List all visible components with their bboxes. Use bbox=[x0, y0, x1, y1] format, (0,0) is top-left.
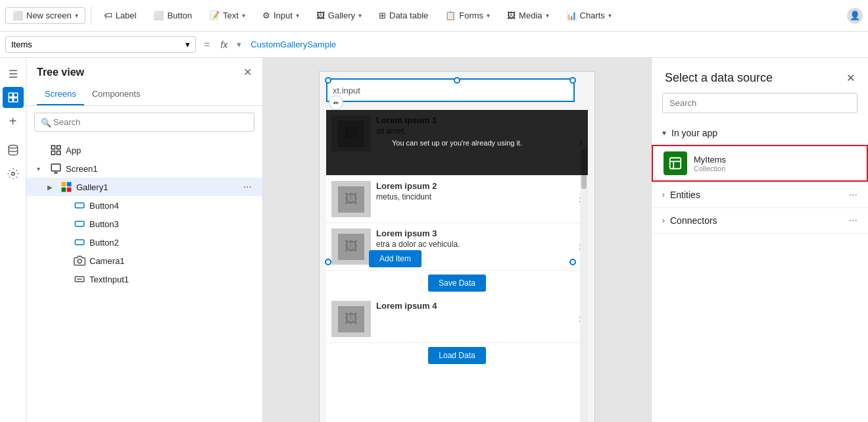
textinput1-icon bbox=[74, 273, 85, 285]
gallery-text-3: Lorem ipsum 3 etra a dolor ac vehicula. bbox=[376, 228, 573, 249]
tree-item-app[interactable]: App bbox=[26, 141, 262, 159]
text-icon: 📝 bbox=[209, 11, 220, 20]
rail-data-icon[interactable] bbox=[3, 140, 24, 161]
input-button[interactable]: ⚙ Input ▾ bbox=[255, 7, 306, 24]
new-screen-chevron-icon: ▾ bbox=[75, 12, 78, 19]
gallery-item-1[interactable]: 🖼 Lorem ipsum 1 sit amet, › You can set … bbox=[326, 110, 588, 176]
button-icon: ⬜ bbox=[153, 11, 164, 20]
button-label: Button bbox=[167, 11, 192, 20]
gallery-item-4[interactable]: 🖼 Lorem ipsum 4 › bbox=[326, 296, 588, 343]
charts-label: Charts bbox=[580, 11, 605, 20]
gallery-label: Gallery bbox=[328, 11, 355, 20]
ds-section-header-connectors[interactable]: › Connectors ··· bbox=[652, 208, 868, 233]
tree-panel: Tree view ✕ Screens Components 🔍 App ▾ S… bbox=[26, 58, 263, 422]
icon-rail: ☰ + bbox=[0, 58, 26, 422]
load-data-button[interactable]: Load Data bbox=[428, 347, 485, 364]
tree-item-button4[interactable]: Button4 bbox=[26, 196, 262, 215]
svg-rect-7 bbox=[57, 145, 60, 149]
add-item-button[interactable]: Add Item bbox=[369, 250, 422, 267]
forms-label: Forms bbox=[459, 11, 483, 20]
items-chevron-icon: ▾ bbox=[185, 40, 190, 49]
ds-section-connectors: › Connectors ··· bbox=[652, 208, 868, 234]
rail-components-icon[interactable] bbox=[3, 87, 24, 108]
svg-rect-14 bbox=[67, 182, 72, 187]
ds-entities-more-icon[interactable]: ··· bbox=[849, 189, 857, 201]
tree-item-camera1[interactable]: Camera1 bbox=[26, 251, 262, 270]
ds-search-input[interactable] bbox=[662, 93, 857, 113]
tree-item-button2[interactable]: Button2 bbox=[26, 233, 262, 251]
camera1-icon bbox=[74, 255, 85, 267]
gallery-text-2: Lorem ipsum 2 metus, tincidunt bbox=[376, 181, 573, 201]
image-placeholder-icon-3: 🖼 bbox=[345, 239, 358, 254]
canvas-textinput[interactable]: xt.input bbox=[326, 78, 575, 102]
text-button[interactable]: 📝 Text ▾ bbox=[202, 7, 253, 24]
gallery1-label: Gallery1 bbox=[76, 182, 108, 192]
rail-settings-icon[interactable] bbox=[3, 163, 24, 184]
formula-input[interactable] bbox=[248, 37, 863, 52]
gallery1-more-icon[interactable]: ··· bbox=[243, 181, 252, 193]
media-button[interactable]: 🖼 Media ▾ bbox=[500, 7, 556, 24]
canvas-area[interactable]: xt.input ✏ 🖼 Lorem ipsum 1 sit amet, › bbox=[263, 58, 651, 422]
tab-screens[interactable]: Screens bbox=[37, 84, 84, 105]
media-icon: 🖼 bbox=[507, 11, 516, 20]
rail-add-icon[interactable]: + bbox=[3, 111, 24, 132]
svg-rect-23 bbox=[670, 158, 681, 169]
button2-icon bbox=[74, 236, 85, 248]
handle-top-left[interactable] bbox=[325, 77, 331, 84]
tree-item-button3[interactable]: Button3 bbox=[26, 215, 262, 233]
ds-connectors-more-icon[interactable]: ··· bbox=[849, 215, 857, 226]
gallery-button[interactable]: 🖼 Gallery ▾ bbox=[309, 7, 369, 24]
rail-menu-icon[interactable]: ☰ bbox=[3, 63, 24, 84]
handle-top-right[interactable] bbox=[569, 77, 576, 84]
button4-label: Button4 bbox=[89, 201, 119, 211]
tree-item-screen1[interactable]: ▾ Screen1 bbox=[26, 159, 262, 178]
ds-section-header-in-your-app[interactable]: ▾ In your app bbox=[652, 121, 868, 145]
label-button[interactable]: 🏷 Label bbox=[97, 7, 144, 24]
ds-title: Select a data source bbox=[665, 71, 773, 85]
tab-components[interactable]: Components bbox=[84, 84, 149, 105]
ds-item-myitems[interactable]: MyItems Collection bbox=[652, 145, 868, 182]
overlay-text: You can set up or you're already using i… bbox=[379, 139, 535, 147]
charts-chevron-icon: ▾ bbox=[608, 12, 612, 19]
svg-point-5 bbox=[11, 172, 14, 176]
button-button[interactable]: ⬜ Button bbox=[146, 7, 199, 24]
load-data-row: Load Data bbox=[326, 343, 588, 368]
svg-rect-16 bbox=[67, 188, 72, 192]
toolbar-separator-1 bbox=[91, 7, 91, 25]
user-avatar[interactable]: 👤 bbox=[847, 8, 863, 24]
svg-rect-3 bbox=[13, 98, 17, 102]
media-label: Media bbox=[519, 11, 542, 20]
ds-in-your-app-label: In your app bbox=[671, 128, 857, 138]
tree-close-button[interactable]: ✕ bbox=[243, 66, 252, 78]
screen1-label: Screen1 bbox=[66, 164, 97, 174]
main-layout: ☰ + Tree view ✕ Screens Components 🔍 bbox=[0, 58, 868, 422]
ds-close-button[interactable]: ✕ bbox=[846, 72, 855, 84]
gallery-content: 🖼 Lorem ipsum 1 sit amet, › You can set … bbox=[326, 110, 588, 422]
tree-item-textinput1[interactable]: TextInput1 bbox=[26, 270, 262, 288]
gallery-text-4: Lorem ipsum 4 bbox=[376, 301, 573, 312]
tree-item-gallery1[interactable]: ▶ Gallery1 ··· bbox=[26, 178, 262, 196]
label-icon: 🏷 bbox=[104, 11, 112, 20]
handle-mid-right[interactable] bbox=[569, 259, 576, 265]
forms-button[interactable]: 📋 Forms ▾ bbox=[438, 7, 497, 24]
camera1-label: Camera1 bbox=[89, 256, 124, 266]
items-dropdown[interactable]: Items ▾ bbox=[5, 36, 196, 53]
gallery-item-2[interactable]: 🖼 Lorem ipsum 2 metus, tincidunt › bbox=[326, 176, 588, 223]
myitems-name: MyItems bbox=[694, 155, 856, 165]
gallery-item-3[interactable]: 🖼 Lorem ipsum 3 etra a dolor ac vehicula… bbox=[326, 223, 588, 271]
tree-search-input[interactable] bbox=[34, 113, 254, 132]
new-screen-button[interactable]: ⬜ New screen ▾ bbox=[5, 7, 85, 24]
gallery-img-2: 🖼 bbox=[331, 181, 371, 217]
data-table-button[interactable]: ⊞ Data table bbox=[372, 7, 435, 24]
ds-section-header-entities[interactable]: › Entities ··· bbox=[652, 182, 868, 207]
ds-section-in-your-app: ▾ In your app MyItems Collection bbox=[652, 121, 868, 182]
svg-rect-2 bbox=[9, 98, 12, 102]
edit-pencil-icon[interactable]: ✏ bbox=[329, 95, 343, 110]
svg-rect-0 bbox=[9, 93, 12, 97]
tree-content: App ▾ Screen1 ▶ Gallery1 ··· bbox=[26, 138, 262, 422]
handle-top-mid[interactable] bbox=[454, 77, 460, 84]
save-data-button[interactable]: Save Data bbox=[428, 275, 486, 292]
charts-button[interactable]: 📊 Charts ▾ bbox=[559, 7, 619, 24]
vertical-scrollbar[interactable] bbox=[580, 148, 588, 422]
handle-mid-left[interactable] bbox=[325, 259, 331, 265]
